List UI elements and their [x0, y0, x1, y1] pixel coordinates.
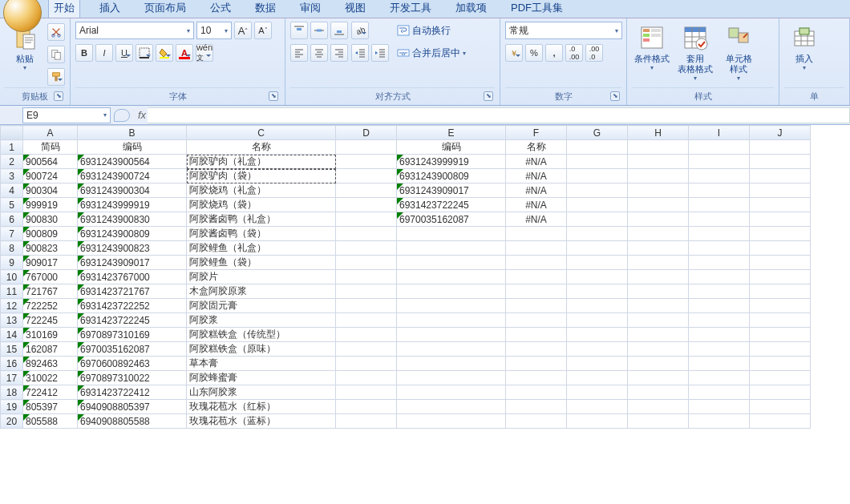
cell[interactable]: [506, 256, 567, 270]
cell[interactable]: [628, 284, 689, 299]
cell[interactable]: 6970600892463: [78, 357, 187, 371]
cell[interactable]: [628, 371, 689, 385]
row-header-12[interactable]: 12: [1, 299, 23, 313]
cell[interactable]: [750, 299, 811, 313]
cell[interactable]: #N/A: [506, 198, 567, 212]
align-right-button[interactable]: [330, 44, 348, 62]
cell[interactable]: [397, 313, 506, 328]
format-painter-button[interactable]: [47, 68, 65, 86]
cell[interactable]: 6931243900830: [78, 212, 187, 227]
cell[interactable]: [750, 313, 811, 328]
cell[interactable]: [506, 328, 567, 342]
cell[interactable]: [628, 328, 689, 342]
cell[interactable]: [397, 284, 506, 299]
cell[interactable]: 阿胶驴肉（袋）: [187, 169, 336, 183]
align-top-button[interactable]: [290, 22, 308, 39]
phonetic-button[interactable]: wén文: [196, 44, 213, 62]
cell[interactable]: [567, 385, 628, 400]
cell[interactable]: [750, 169, 811, 183]
cell[interactable]: [628, 400, 689, 414]
tab-data[interactable]: 数据: [250, 0, 281, 18]
cell[interactable]: [567, 241, 628, 256]
cell[interactable]: [567, 270, 628, 284]
formula-input[interactable]: [148, 107, 850, 123]
cell[interactable]: 阿胶片: [187, 270, 336, 284]
cell[interactable]: 722245: [23, 313, 78, 328]
cell[interactable]: 阿胶鲤鱼（袋）: [187, 256, 336, 270]
col-header-F[interactable]: F: [506, 126, 567, 140]
increase-decimal-button[interactable]: .0.00: [565, 44, 583, 62]
cell[interactable]: [750, 198, 811, 212]
cell[interactable]: [567, 342, 628, 357]
cell[interactable]: [628, 155, 689, 169]
cell[interactable]: 767000: [23, 270, 78, 284]
cell[interactable]: [689, 212, 750, 227]
cell[interactable]: [336, 328, 397, 342]
cell[interactable]: [567, 169, 628, 183]
row-header-15[interactable]: 15: [1, 342, 23, 357]
cell[interactable]: [689, 385, 750, 400]
cell[interactable]: [397, 227, 506, 241]
cell[interactable]: 900823: [23, 241, 78, 256]
cell[interactable]: [397, 256, 506, 270]
row-header-19[interactable]: 19: [1, 400, 23, 414]
cell[interactable]: 阿胶烧鸡（袋）: [187, 198, 336, 212]
cell[interactable]: [750, 227, 811, 241]
cell[interactable]: 名称: [187, 140, 336, 155]
row-header-4[interactable]: 4: [1, 183, 23, 198]
tab-formulas[interactable]: 公式: [205, 0, 236, 18]
cell[interactable]: [336, 155, 397, 169]
font-name-select[interactable]: Arial▾: [75, 22, 194, 39]
tab-insert[interactable]: 插入: [95, 0, 125, 18]
cell[interactable]: 805397: [23, 400, 78, 414]
cell[interactable]: 900724: [23, 169, 78, 183]
row-header-13[interactable]: 13: [1, 313, 23, 328]
cell[interactable]: 999919: [23, 198, 78, 212]
cell[interactable]: [336, 342, 397, 357]
cell[interactable]: [567, 328, 628, 342]
select-all-corner[interactable]: [1, 126, 23, 140]
shrink-font-button[interactable]: A˅: [254, 22, 272, 39]
cell[interactable]: [628, 313, 689, 328]
cell[interactable]: [689, 371, 750, 385]
cell[interactable]: [628, 270, 689, 284]
cell[interactable]: [506, 270, 567, 284]
font-color-button[interactable]: A: [176, 44, 193, 62]
cell[interactable]: [336, 140, 397, 155]
cell[interactable]: 900830: [23, 212, 78, 227]
accounting-format-button[interactable]: ￥: [505, 44, 523, 62]
cell[interactable]: [750, 328, 811, 342]
name-box[interactable]: E9▾: [22, 107, 111, 123]
row-header-18[interactable]: 18: [1, 385, 23, 400]
cell[interactable]: [567, 212, 628, 227]
cell[interactable]: [567, 198, 628, 212]
row-header-10[interactable]: 10: [1, 270, 23, 284]
col-header-A[interactable]: A: [23, 126, 78, 140]
number-format-select[interactable]: 常规▾: [505, 22, 622, 39]
cell[interactable]: 162087: [23, 342, 78, 357]
tab-devtools[interactable]: 开发工具: [385, 0, 436, 18]
cell[interactable]: [336, 414, 397, 429]
tab-layout[interactable]: 页面布局: [140, 0, 191, 18]
cell[interactable]: 阿胶酱卤鸭（礼盒）: [187, 212, 336, 227]
cell[interactable]: [397, 241, 506, 256]
cell[interactable]: [567, 155, 628, 169]
bold-button[interactable]: B: [75, 44, 93, 62]
cell[interactable]: 721767: [23, 284, 78, 299]
row-header-7[interactable]: 7: [1, 227, 23, 241]
cell[interactable]: 阿胶烧鸡（礼盒）: [187, 183, 336, 198]
cell[interactable]: [689, 400, 750, 414]
cell[interactable]: [567, 313, 628, 328]
cell[interactable]: [506, 385, 567, 400]
cell[interactable]: 310022: [23, 371, 78, 385]
cell[interactable]: [397, 385, 506, 400]
format-as-table-button[interactable]: 套用 表格格式▾: [675, 22, 715, 85]
decrease-indent-button[interactable]: [351, 44, 369, 62]
cell[interactable]: [628, 212, 689, 227]
cell[interactable]: [336, 241, 397, 256]
cell[interactable]: 阿胶酱卤鸭（袋）: [187, 227, 336, 241]
cell[interactable]: 6931243900809: [78, 227, 187, 241]
row-header-17[interactable]: 17: [1, 371, 23, 385]
cell[interactable]: [567, 371, 628, 385]
merge-center-button[interactable]: a合并后居中▾: [392, 44, 495, 62]
